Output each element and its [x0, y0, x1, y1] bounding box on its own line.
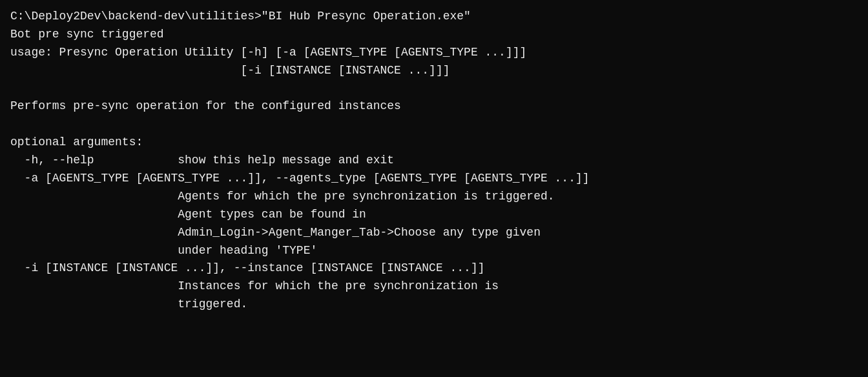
terminal-line-help-flag: -h, --help show this help message and ex… — [10, 152, 858, 170]
terminal-line-agents-desc3: Admin_Login->Agent_Manger_Tab->Choose an… — [10, 224, 858, 242]
terminal-line-blank1 — [10, 80, 858, 98]
terminal-line-usage-line1: usage: Presync Operation Utility [-h] [-… — [10, 44, 858, 62]
terminal-line-agents-desc4: under heading 'TYPE' — [10, 242, 858, 260]
terminal-line-agents-desc2: Agent types can be found in — [10, 206, 858, 224]
terminal-line-instance-flag: -i [INSTANCE [INSTANCE ...]], --instance… — [10, 260, 858, 278]
terminal-line-cmd-path: C:\Deploy2Dev\backend-dev\utilities>"BI … — [10, 8, 858, 26]
terminal-line-description: Performs pre-sync operation for the conf… — [10, 97, 858, 116]
terminal-line-instance-desc1: Instances for which the pre synchronizat… — [10, 278, 858, 296]
terminal-window: C:\Deploy2Dev\backend-dev\utilities>"BI … — [0, 0, 868, 377]
terminal-line-agents-flag: -a [AGENTS_TYPE [AGENTS_TYPE ...]], --ag… — [10, 170, 858, 188]
terminal-line-agents-desc1: Agents for which the pre synchronization… — [10, 188, 858, 206]
terminal-line-bot-trigger: Bot pre sync triggered — [10, 26, 858, 44]
terminal-line-blank2 — [10, 116, 858, 134]
terminal-line-instance-desc2: triggered. — [10, 296, 858, 314]
terminal-line-optional-header: optional arguments: — [10, 134, 858, 152]
terminal-line-usage-line2: [-i [INSTANCE [INSTANCE ...]]] — [10, 62, 858, 80]
